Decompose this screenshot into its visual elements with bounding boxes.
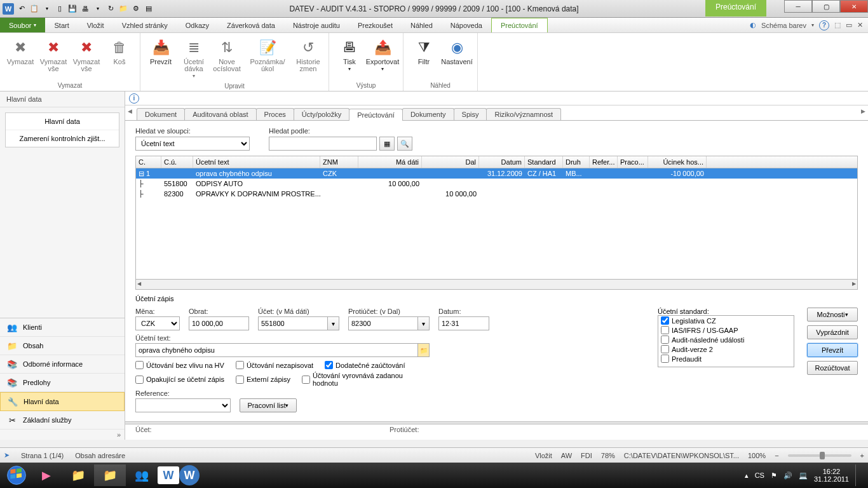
col-dal[interactable]: Dal <box>422 156 479 168</box>
show-desktop[interactable] <box>855 464 860 486</box>
nav-hlavni-data[interactable]: 🔧Hlavní data <box>0 392 125 411</box>
vyprazdnit-btn[interactable]: Vyprázdnit <box>807 325 858 339</box>
tb-word[interactable]: W <box>158 466 179 484</box>
help-icon[interactable]: ? <box>819 20 829 30</box>
tab-zaverkova[interactable]: Záverková data <box>218 18 284 32</box>
window-icon[interactable]: ▭ <box>846 21 852 29</box>
subtab-ucty[interactable]: Úcty/položky <box>294 108 349 120</box>
obrat-input[interactable] <box>189 316 249 330</box>
moznosti-btn[interactable]: Možnosti <box>807 308 858 322</box>
subtab-auditovana[interactable]: Auditovaná oblast <box>184 108 256 120</box>
rb-tisk[interactable]: 🖶Tisk▾ <box>333 34 366 81</box>
refresh-icon[interactable]: ↻ <box>105 4 116 14</box>
folder-icon[interactable]: 📁 <box>118 4 128 14</box>
dropdown-icon[interactable]: ▾ <box>93 4 103 14</box>
chk-vyrovnava[interactable]: Účtování vyrovnává zadanou hodnotu <box>302 372 403 387</box>
close-button[interactable]: ✕ <box>840 0 868 13</box>
column-select[interactable]: Úcetní text <box>135 137 250 151</box>
nav-predlohy[interactable]: 📚Predlohy <box>0 374 125 392</box>
tree-item[interactable]: Zamerení kontrolních zjišt... <box>6 130 119 147</box>
ucet-input[interactable] <box>258 316 328 330</box>
col-dat[interactable]: Datum <box>479 156 525 168</box>
tray-up-icon[interactable]: ▴ <box>745 471 749 480</box>
tab-prezkouset[interactable]: Prezkoušet <box>349 18 402 32</box>
zoom-slider[interactable] <box>788 454 851 457</box>
rb-vymazat-vse[interactable]: ✖Vymazat vše <box>37 34 70 81</box>
standard-list[interactable]: Legislativa CZ IAS/IFRS / US-GAAP Audit-… <box>658 315 794 367</box>
tb-clock[interactable]: 16:2231.12.2011 <box>814 468 849 483</box>
expand-icon[interactable]: ⬚ <box>834 21 841 29</box>
rb-vymazat-vse2[interactable]: ✖Vymazat vše <box>70 34 103 81</box>
rb-history[interactable]: ↺Historie zmen <box>292 34 325 82</box>
col-md[interactable]: Má dáti <box>358 156 422 168</box>
chk-opakujici[interactable]: Opakující se účetní zápis <box>135 372 224 387</box>
tb-folder2[interactable]: 📁 <box>94 464 126 486</box>
nav-klienti[interactable]: 👥Klienti <box>0 318 125 337</box>
start-button[interactable] <box>3 463 31 488</box>
subtab-preuctovani[interactable]: Preúctování <box>349 109 403 121</box>
col-dr[interactable]: Druh <box>563 156 590 168</box>
nav-obsah[interactable]: 📁Obsah <box>0 337 125 355</box>
undo-icon[interactable]: ↶ <box>17 4 27 14</box>
col-std[interactable]: Standard <box>525 156 563 168</box>
grid-body[interactable]: ⊟ 1oprava chybného odpisuCZK31.12.2009CZ… <box>136 168 857 279</box>
close-doc-icon[interactable]: ✕ <box>857 21 863 29</box>
tab-odkazy[interactable]: Odkazy <box>177 18 218 32</box>
file-tab[interactable]: Soubor ▾ <box>0 18 45 32</box>
col-c[interactable]: C. <box>136 156 161 168</box>
col-pr[interactable]: Praco... <box>618 156 648 168</box>
chk-nezapisovat[interactable]: Účtování nezapisovat <box>236 361 313 369</box>
minimize-button[interactable]: ─ <box>784 0 812 13</box>
rb-export[interactable]: 📤Exportovat▾ <box>366 34 399 81</box>
tool-icon[interactable]: ⚙ <box>131 4 141 14</box>
tb-lang[interactable]: CS <box>755 471 764 479</box>
context-tab[interactable]: Preúctování <box>705 0 766 17</box>
proti-drop[interactable]: ▾ <box>418 316 430 330</box>
tb-datev[interactable]: W <box>179 465 200 485</box>
chk-bezvlivu[interactable]: Účtování bez vlivu na HV <box>135 361 224 369</box>
rb-davka[interactable]: ≣Úcetní dávka▾ <box>177 34 210 82</box>
grid-icon[interactable]: ▦ <box>379 137 395 151</box>
chk-dodatecne[interactable]: Dodatečné zaúčtování <box>325 361 405 369</box>
paste-icon[interactable]: 📋 <box>29 4 39 14</box>
tab-vzhled[interactable]: Vzhled stránky <box>113 18 177 32</box>
dropdown-icon[interactable]: ▾ <box>42 4 52 14</box>
rb-prevzit[interactable]: 📥Prevzít <box>144 34 177 82</box>
table-row[interactable]: ⊟ 1oprava chybného odpisuCZK31.12.2009CZ… <box>136 168 857 179</box>
tab-nahled[interactable]: Náhled <box>402 18 442 32</box>
tab-napoveda[interactable]: Nápoveda <box>442 18 491 32</box>
tray-vol-icon[interactable]: 🔊 <box>783 471 792 480</box>
grid-hscroll[interactable] <box>135 280 858 290</box>
tb-media[interactable]: ▶ <box>31 464 62 486</box>
subtab-spisy[interactable]: Spisy <box>454 108 487 120</box>
utext-browse[interactable]: 📁 <box>418 343 430 357</box>
rozuctovat-btn[interactable]: Rozúčtovat <box>807 361 858 375</box>
zoom-plus[interactable]: + <box>860 452 864 459</box>
subtab-dokument[interactable]: Dokument <box>137 108 185 120</box>
nav-expand[interactable]: » <box>0 430 125 440</box>
nav-odborne[interactable]: 📚Odborné informace <box>0 355 125 374</box>
print-icon[interactable]: 🖶 <box>80 4 90 14</box>
mena-select[interactable]: CZK <box>135 316 180 330</box>
rb-filter[interactable]: ⧩Filtr <box>407 34 440 81</box>
chk-externi[interactable]: Externí zápisy <box>236 372 290 387</box>
table-row[interactable]: ├ 551800ODPISY AUTO10 000,00 <box>136 179 857 189</box>
col-uh[interactable]: Úcinek hos... <box>648 156 707 168</box>
tree-item[interactable]: Hlavní data <box>6 113 119 130</box>
col-cu[interactable]: C.ú. <box>161 156 193 168</box>
ucet-drop[interactable]: ▾ <box>328 316 339 330</box>
rb-note[interactable]: 📝Poznámka/úkol <box>243 34 292 82</box>
scheme-label[interactable]: Schéma barev <box>761 22 806 29</box>
rb-kos[interactable]: 🗑Koš <box>103 34 136 81</box>
rb-settings[interactable]: ◉Nastavení <box>440 34 473 81</box>
rb-renumber[interactable]: ⇅Nove ocíslovat <box>210 34 243 82</box>
subtab-dokumenty[interactable]: Dokumenty <box>402 108 454 120</box>
proti-input[interactable] <box>348 316 418 330</box>
search-input[interactable] <box>269 137 377 151</box>
save-icon[interactable]: 💾 <box>67 4 78 14</box>
nav-zakladni[interactable]: ✂Základní služby <box>0 411 125 430</box>
binoculars-icon[interactable]: 🔍 <box>397 137 412 151</box>
maximize-button[interactable]: ▢ <box>812 0 840 13</box>
subtab-proces[interactable]: Proces <box>256 108 294 120</box>
tray-flag-icon[interactable]: ⚑ <box>771 471 777 480</box>
